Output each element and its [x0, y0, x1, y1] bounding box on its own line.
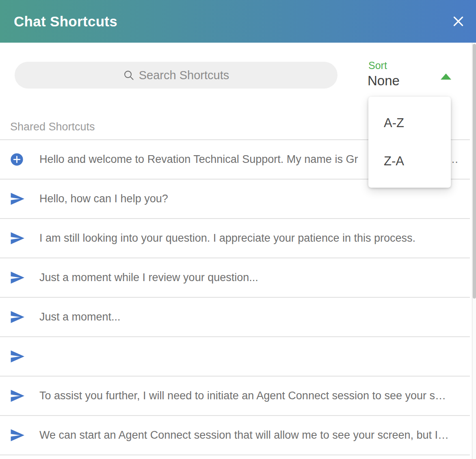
sort-dropdown-menu: A-Z Z-A — [368, 97, 451, 188]
shortcut-row[interactable]: Just a moment... — [0, 298, 470, 337]
shortcut-text: Just a moment while I review your questi… — [39, 271, 262, 284]
send-icon[interactable] — [10, 271, 39, 284]
close-icon — [452, 15, 465, 28]
shortcut-text: We can start an Agent Connect session th… — [39, 429, 452, 442]
sort-option-az[interactable]: A-Z — [368, 104, 451, 142]
shortcut-text: Hello, how can I help you? — [39, 193, 171, 205]
close-button[interactable] — [449, 13, 467, 30]
scrollbar-thumb[interactable] — [473, 44, 476, 299]
send-icon[interactable] — [10, 390, 39, 402]
shortcut-row[interactable]: We can start an Agent Connect session th… — [0, 416, 470, 455]
page-title: Chat Shortcuts — [14, 13, 117, 30]
add-icon[interactable] — [10, 153, 39, 166]
chat-shortcuts-dialog: Chat Shortcuts Search Shortcuts Sort Non… — [0, 0, 476, 459]
send-icon[interactable] — [10, 311, 39, 323]
shortcut-row[interactable]: To assist you further, I will need to in… — [0, 377, 470, 416]
shortcut-text: Hello and welcome to Revation Technical … — [39, 153, 361, 166]
sort-select[interactable]: None — [368, 73, 461, 91]
send-icon[interactable] — [10, 350, 39, 363]
section-title: Shared Shortcuts — [10, 121, 95, 133]
scrollbar-track[interactable] — [472, 43, 476, 459]
shortcut-text: I am still looking into your question. I… — [39, 232, 419, 245]
truncation-ellipsis: … — [448, 153, 470, 166]
send-icon[interactable] — [10, 429, 39, 442]
sort-option-za[interactable]: Z-A — [368, 142, 451, 180]
search-icon — [123, 69, 135, 81]
shortcut-row[interactable]: I am still looking into your question. I… — [0, 219, 470, 258]
search-placeholder: Search Shortcuts — [139, 69, 229, 82]
sort-label: Sort — [368, 60, 387, 71]
sort-value: None — [368, 73, 400, 88]
sort-option-label: Z-A — [384, 154, 404, 169]
caret-up-icon — [441, 74, 451, 80]
shortcut-row[interactable]: Just a moment while I review your questi… — [0, 258, 470, 298]
sort-option-label: A-Z — [384, 116, 404, 130]
search-input[interactable]: Search Shortcuts — [15, 62, 338, 89]
send-icon[interactable] — [10, 232, 39, 245]
dialog-header: Chat Shortcuts — [0, 0, 476, 43]
shortcut-row[interactable] — [0, 337, 470, 377]
shortcut-text: To assist you further, I will need to in… — [39, 390, 449, 402]
shortcut-text: Just a moment... — [39, 311, 124, 323]
send-icon[interactable] — [10, 193, 39, 205]
